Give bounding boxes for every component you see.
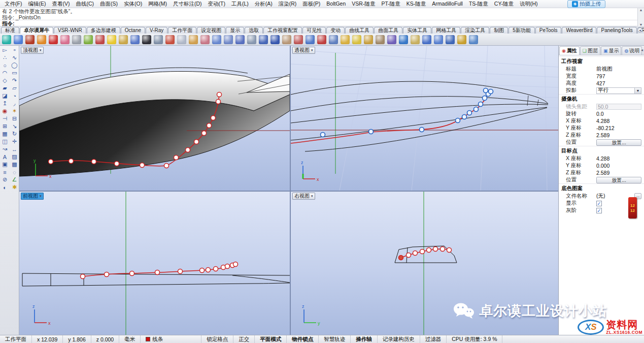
revolve-icon[interactable]: ◔ [10,92,19,100]
split-icon[interactable]: ⊟ [10,115,19,122]
curve-icon[interactable]: ∿ [10,54,19,61]
box-blue-icon[interactable] [224,35,233,44]
panel-tab-help[interactable]: ◍ 说明 [622,46,642,55]
disc-icon[interactable] [72,35,81,44]
extrude-icon[interactable]: ↥ [1,100,9,107]
perspective-view-canvas[interactable]: z x [291,46,558,191]
layers-color-icon[interactable] [457,35,466,44]
menu-item[interactable]: 曲线(C) [73,0,97,8]
menu-item[interactable]: 面板(P) [299,0,323,8]
scroll-down-icon[interactable]: ▼ [639,23,643,26]
magnet-icon[interactable] [60,35,70,44]
compass-icon[interactable] [189,35,198,44]
coord-z[interactable]: z 0.000 [91,335,119,343]
ellipse-icon[interactable]: ◯ [10,61,19,69]
pen-icon[interactable] [352,35,361,44]
coord-x[interactable]: x 12.039 [32,335,63,343]
grid-blue-icon[interactable] [130,35,140,44]
window2-icon[interactable] [434,35,443,44]
menu-item[interactable]: 文件(F) [2,0,25,8]
viewport-menu-icon[interactable]: ▾ [40,193,42,199]
front-view-canvas[interactable]: z x [19,192,290,335]
show-checkbox[interactable]: ✓ [596,201,602,206]
menu-item[interactable]: 渲染(R) [276,0,300,8]
hatch-icon[interactable]: ▨ [10,153,19,161]
vray-swirl-icon[interactable] [317,35,326,44]
sphere-shiny-icon[interactable] [270,35,280,44]
viewport-menu-icon[interactable]: ▾ [311,47,313,53]
diamond-icon[interactable] [235,35,245,44]
toolbar-tab[interactable]: V-Ray [146,27,167,34]
viewport-menu-icon[interactable]: ▾ [40,47,42,53]
menu-item[interactable]: VSR-随意 [349,0,378,8]
gumball-icon[interactable] [294,35,303,44]
units[interactable]: 毫米 [119,335,141,343]
capture-upload-button[interactable]: ◈ 拍摄上传 [567,0,605,8]
projection-dropdown[interactable]: 平行 ▼ [596,87,641,94]
gem-icon[interactable] [14,35,23,44]
menu-item[interactable]: BoltGen [323,0,349,8]
gem2-icon[interactable] [387,35,396,44]
menu-item[interactable]: CY-随意 [491,0,517,8]
arc-icon[interactable]: ◠ [1,69,9,77]
property-row[interactable]: Y 座标-80.212 [559,124,644,132]
menu-item[interactable]: 曲面(S) [97,0,121,8]
dots-grid-icon[interactable] [247,35,256,44]
toolbar-tab[interactable]: 变动 [326,27,345,34]
cplane-button[interactable]: 工作平面 [0,335,32,343]
shell-icon[interactable] [2,35,11,44]
property-row[interactable]: Z 座标2.589 [559,132,644,139]
monitor-icon[interactable] [306,35,315,44]
window3-icon[interactable] [446,35,455,44]
point-icon[interactable]: ∘ [10,46,19,54]
toolbar-tab[interactable]: 实体工具 [403,27,431,34]
menu-item[interactable]: TS-随意 [466,0,491,8]
person-icon[interactable] [282,35,291,44]
viewport-top[interactable]: y x 顶视图▾ [19,46,290,191]
polygon-icon[interactable]: ◇ [1,77,9,84]
dimension-icon[interactable]: ↔ [10,145,19,153]
move-blue-icon[interactable] [212,35,221,44]
toolbar-tab[interactable]: VSR-WNR [54,27,86,34]
curve-control-points[interactable] [321,88,493,137]
teapot-icon[interactable] [200,35,210,44]
history-toggle[interactable]: 记录建构历史 [378,335,420,343]
checker-red-icon[interactable] [49,35,58,44]
menu-item[interactable]: 尺寸标注(D) [170,0,205,8]
viewport-front[interactable]: z x 前视图▾ [19,192,290,335]
ortho-toggle[interactable]: 正交 [233,335,255,343]
property-row[interactable]: X 座标4.288 [559,155,644,162]
move-icon[interactable]: ✛ [10,138,19,145]
toolbar-tab[interactable]: 工作视窗配置 [263,27,302,34]
material-box-icon[interactable] [25,35,35,44]
toolbar-tab[interactable]: Octane [121,27,145,34]
property-row[interactable]: Y 座标0.000 [559,162,644,169]
car-top-surface[interactable] [19,68,290,176]
toolbar-tab[interactable]: 标准 [1,27,19,34]
toolbar-tab[interactable]: 显示 [226,27,244,34]
mannequin-icon[interactable] [376,35,385,44]
curve-edit-icon[interactable]: ↝ [1,145,9,153]
viewport-label-perspective[interactable]: 透视图▾ [292,47,315,54]
select-arrow-icon[interactable]: ▻ [1,46,9,54]
right-view-canvas[interactable]: z y [291,192,558,335]
smarttrack-toggle[interactable]: 智慧轨迹 [319,335,351,343]
toolbar-tab[interactable]: 曲线工具 [345,27,374,34]
lamp-icon[interactable] [341,35,350,44]
menu-item[interactable]: 说明(H) [517,0,541,8]
gumball-toggle[interactable]: 操作轴 [351,335,378,343]
loft-icon[interactable]: ▱ [10,84,19,92]
property-row[interactable]: Z 座标2.589 [559,169,644,176]
top-view-canvas[interactable]: y x [19,46,290,191]
mirror-icon[interactable]: ◫ [1,138,9,145]
chevron-down-icon[interactable]: ▼ [634,88,641,93]
boolean-icon[interactable]: ◉ [1,107,9,115]
toolbar-tab[interactable]: 网格工具 [432,27,460,34]
toolbox-icon[interactable] [411,35,420,44]
menu-item[interactable]: ArmadilloFull [429,0,466,8]
scale-icon[interactable]: ↘ [10,122,19,130]
viewport-label-right[interactable]: 右视图▾ [292,193,315,200]
toolbar-tab[interactable]: 曲面工具 [374,27,402,34]
window-icon[interactable] [422,35,431,44]
command-scrollbar[interactable]: ▲ ▼ [637,8,644,26]
